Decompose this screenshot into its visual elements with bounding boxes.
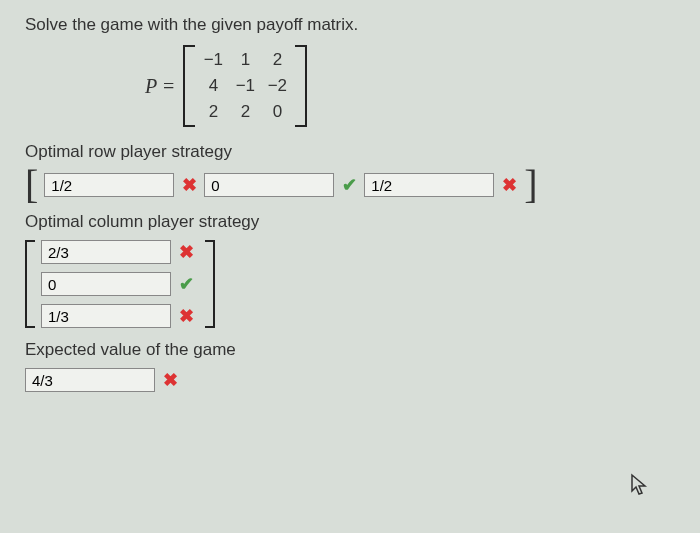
matrix-cell: 1 (229, 47, 261, 73)
wrong-icon: ✖ (177, 307, 195, 325)
question-text: Solve the game with the given payoff mat… (25, 15, 675, 35)
expected-value-row: ✖ (25, 368, 675, 392)
right-icon: ✔ (177, 275, 195, 293)
payoff-matrix: P = −1 1 2 4 −1 −2 2 2 0 (145, 45, 675, 127)
expected-value-input[interactable] (25, 368, 155, 392)
matrix-cells: −1 1 2 4 −1 −2 2 2 0 (195, 45, 295, 127)
col-strategy-inputs: ✖ ✔ ✖ (25, 240, 675, 328)
expected-value-label: Expected value of the game (25, 340, 675, 360)
wrong-icon: ✖ (180, 176, 198, 194)
col-strategy-input-1[interactable] (41, 240, 171, 264)
matrix-cell: 0 (261, 99, 293, 125)
col-bracket-right (205, 240, 215, 328)
row-strategy-label: Optimal row player strategy (25, 142, 675, 162)
row-bracket-left: [ (25, 170, 38, 200)
row-strategy-inputs: [ ✖ ✔ ✖ ] (25, 170, 675, 200)
row-strategy-input-2[interactable] (204, 173, 334, 197)
wrong-icon: ✖ (500, 176, 518, 194)
matrix-cell: −2 (261, 73, 293, 99)
matrix-cell: 4 (197, 73, 229, 99)
wrong-icon: ✖ (161, 371, 179, 389)
row-bracket-right: ] (524, 170, 537, 200)
col-strategy-input-2[interactable] (41, 272, 171, 296)
col-strategy-input-3[interactable] (41, 304, 171, 328)
matrix-bracket-right (295, 45, 307, 127)
matrix-cell: 2 (229, 99, 261, 125)
col-strategy-label: Optimal column player strategy (25, 212, 675, 232)
matrix-cell: −1 (229, 73, 261, 99)
wrong-icon: ✖ (177, 243, 195, 261)
row-strategy-input-3[interactable] (364, 173, 494, 197)
matrix-label: P = (145, 75, 175, 98)
cursor-icon (630, 473, 650, 503)
row-strategy-input-1[interactable] (44, 173, 174, 197)
matrix-cell: 2 (261, 47, 293, 73)
matrix-cell: −1 (197, 47, 229, 73)
matrix-cell: 2 (197, 99, 229, 125)
right-icon: ✔ (340, 176, 358, 194)
matrix-bracket-left (183, 45, 195, 127)
col-bracket-left (25, 240, 35, 328)
